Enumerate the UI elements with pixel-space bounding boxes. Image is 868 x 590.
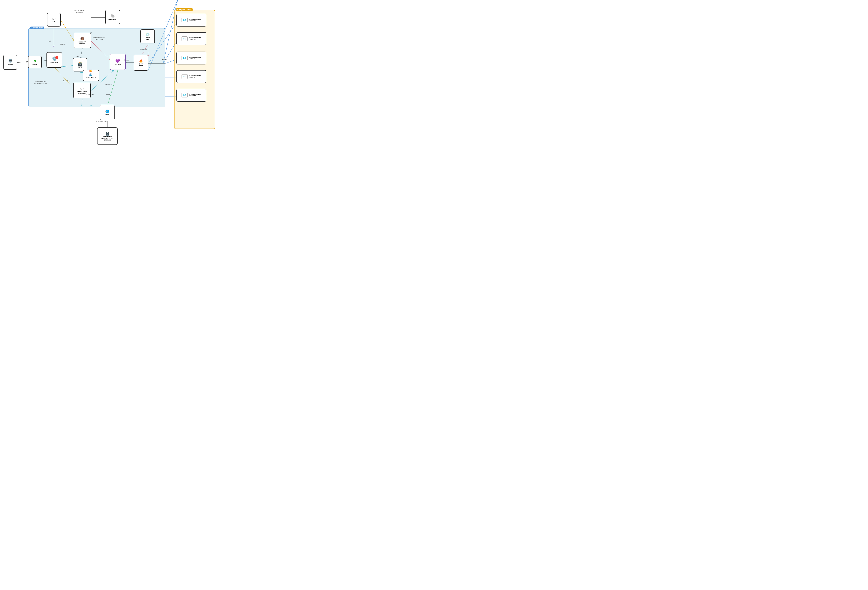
exporter3-node: GO CEEMS/DCGM/AMDEXPORTER	[176, 52, 207, 65]
read-only-label: Read Only	[63, 80, 70, 82]
write-label: Write	[76, 55, 80, 57]
local-disk-icon: 💿	[146, 32, 150, 37]
hot-tsdb-label: HOTTSDB	[139, 63, 143, 67]
users-node: 🖥️ USERS	[3, 55, 17, 70]
hot-tsdb-node: 🔥 HOTTSDB	[134, 55, 148, 71]
thanos-label: THANOS	[115, 64, 121, 66]
long-term-label: Long term	[105, 83, 112, 85]
exporter2-node: GO CEEMS/DCGM/AMDEXPORTER	[176, 32, 207, 45]
replication-label: Replication	[87, 94, 94, 96]
thanos-node: 💜 THANOS	[110, 54, 126, 70]
storage-backend-label: Storage backend	[96, 121, 107, 122]
stop-badge: 🛑	[55, 56, 58, 59]
ceems-api-node: 🐻 CEEMS APISERVER	[74, 32, 91, 48]
compute-nodes-region: Compute nodes	[174, 10, 215, 129]
litestream-node: 🌊 💥 LITESTREAM	[83, 70, 99, 81]
ceems-api-icon: 🐻	[80, 37, 84, 41]
nginx-node: N NGINX	[28, 56, 42, 68]
ceems-api-label: CEEMS APISERVER	[78, 41, 86, 44]
local-disk-label: LOCALDISK	[145, 37, 150, 41]
dist-storage-label: DISTRIBUTEDFAULT TOLERANTSTORAGE	[102, 136, 113, 141]
svg-line-0	[17, 62, 28, 63]
ceems-lb-icon: </>	[80, 87, 84, 90]
users-label: USERS	[7, 64, 13, 66]
exporter5-node: GO CEEMS/DCGM/AMDEXPORTER	[176, 89, 207, 102]
compute-nodes-label: Compute nodes	[176, 8, 193, 11]
diagram-container: Compute nodes Service node 🖥️ USERS N NG…	[0, 0, 217, 148]
idp-label: IDP	[53, 21, 55, 22]
minio-node: 🪣 MINIO	[100, 105, 115, 120]
nginx-label: NGINX	[32, 63, 37, 65]
exporter1-node: GO CEEMS/DCGM/AMDEXPORTER	[176, 14, 207, 27]
json-ds-label: JSON DS	[60, 43, 66, 45]
scrape-label: Scrape	[162, 58, 167, 60]
service-node-label: Service node	[30, 27, 44, 29]
sqite-node: 🗃️ SQITE	[73, 58, 87, 71]
sqite-label: SQITE	[78, 66, 82, 68]
local-disk-node: 💿 LOCALDISK	[140, 30, 155, 43]
ceems-lb-label: CEEMS LOADBALANCER	[77, 91, 87, 94]
slurmdbd-node: 🐘 SLURMDBD	[105, 10, 120, 24]
litestream-icon: 🌊	[89, 73, 93, 77]
idp-icon: </>	[52, 18, 56, 20]
short-term-label: Short term	[140, 48, 147, 50]
prom-ds-label: Prometheus DSwith Access Control	[34, 81, 47, 84]
exporter2-label: CEEMS/DCGM/AMDEXPORTER	[189, 37, 201, 40]
dist-storage-node: 🗄️ DISTRIBUTEDFAULT TOLERANTSTORAGE	[97, 127, 118, 145]
grafana-node: ⚙️ 🛑 GRAFANA	[46, 52, 62, 68]
exporter1-label: CEEMS/DCGM/AMDEXPORTER	[189, 19, 201, 22]
proxy-label: Proxy	[106, 94, 110, 96]
aggregate-label: Aggregate metricsClean TSDB	[93, 37, 105, 40]
grafana-label: GRAFANA	[50, 62, 58, 64]
nginx-icon: N	[34, 59, 36, 63]
slurmdbd-label: SLURMDBD	[108, 19, 117, 21]
hot-tsdb-icon: 🔥	[139, 59, 143, 63]
users-icon: 🖥️	[8, 59, 12, 63]
scrape-job-label: Scrape job data periodically	[74, 9, 85, 13]
exporter3-label: CEEMS/DCGM/AMDEXPORTER	[189, 56, 201, 60]
slurmdbd-icon: 🐘	[111, 14, 115, 18]
minio-label: MINIO	[105, 114, 109, 116]
minio-icon: 🪣	[105, 109, 109, 114]
explosion-icon: 💥	[89, 69, 93, 72]
litestream-label: LITESTREAM	[86, 77, 96, 78]
exporter4-label: CEEMS/DCGM/AMDEXPORTER	[189, 75, 201, 78]
exporter4-node: GO CEEMS/DCGM/AMDEXPORTER	[176, 70, 207, 83]
ceems-lb-node: </> CEEMS LOADBALANCER	[73, 83, 91, 98]
idp-node: </> IDP	[47, 13, 61, 27]
dist-storage-icon: 🗄️	[105, 131, 109, 136]
auth-label: Auth	[48, 40, 51, 42]
exporter5-label: CEEMS/DCGM/AMDEXPORTER	[189, 94, 201, 97]
sqite-icon: 🗃️	[78, 62, 82, 66]
side-car-label: Side car	[124, 59, 129, 61]
thanos-icon: 💜	[115, 59, 120, 63]
